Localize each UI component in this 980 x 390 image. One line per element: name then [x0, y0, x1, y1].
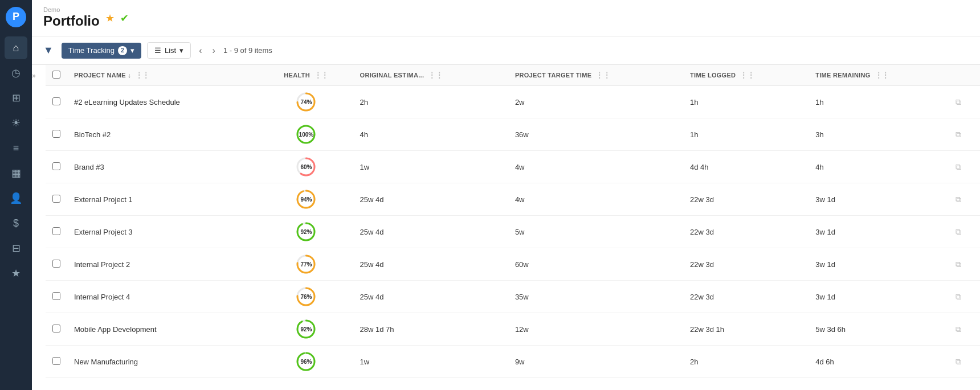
filter-label: Time Tracking [68, 46, 115, 55]
edit-icon-7[interactable]: ⧉ [956, 325, 961, 334]
toolbar: ▼ Time Tracking 2 ▾ ☰ List ▾ ‹ › 1 - 9 o… [32, 36, 980, 65]
table-row: BioTech #2 100% 4h 36w 1h 3h ⧉ [46, 118, 980, 151]
row-checkbox-8[interactable] [52, 357, 60, 365]
row-time-logged-4: 22w 3d [683, 216, 808, 248]
pagination-prev-button[interactable]: ‹ [197, 44, 204, 57]
col-original-estimate-menu-icon[interactable]: ⋮⋮ [428, 71, 443, 79]
main-content: Demo Portfolio ★ ✔ ▼ Time Tracking 2 ▾ ☰… [32, 0, 980, 390]
sidebar-item-report[interactable]: ⊟ [5, 237, 27, 260]
sidebar-item-people[interactable]: 👤 [5, 187, 27, 210]
table-row: External Project 1 94% 25w 4d 4w 22w 3d … [46, 183, 980, 216]
sidebar-item-clock[interactable]: ◷ [5, 61, 27, 84]
row-time-logged-1: 1h [683, 118, 808, 151]
sidebar-item-home[interactable]: ⌂ [5, 36, 27, 59]
row-health-5: 77% [259, 248, 353, 281]
page-header: Demo Portfolio ★ ✔ [32, 0, 980, 36]
row-checkbox-cell-3 [46, 183, 67, 216]
col-health-menu-icon[interactable]: ⋮⋮ [315, 71, 329, 79]
col-health: HEALTH ⋮⋮ [259, 65, 353, 86]
row-project-name-5: Internal Project 2 [67, 248, 259, 281]
row-checkbox-7[interactable] [52, 325, 60, 332]
row-time-logged-0: 1h [683, 86, 808, 118]
table-row: Mobile App Development 92% 28w 1d 7h 12w… [46, 313, 980, 346]
sidebar-item-lightbulb[interactable]: ☀ [5, 112, 27, 134]
filter-icon[interactable]: ▼ [41, 42, 56, 59]
sidebar-item-board[interactable]: ▦ [5, 162, 27, 184]
col-time-logged-menu-icon[interactable]: ⋮⋮ [740, 71, 754, 79]
col-project-target-time-label: PROJECT TARGET TIME [515, 72, 591, 79]
edit-icon-4[interactable]: ⧉ [956, 227, 961, 236]
row-edit-5: ⧉ [949, 248, 980, 281]
row-checkbox-0[interactable] [52, 97, 60, 105]
row-checkbox-1[interactable] [52, 130, 60, 138]
app-logo[interactable]: P [6, 7, 26, 27]
filter-badge: 2 [118, 46, 127, 55]
row-health-3: 94% [259, 183, 353, 216]
row-checkbox-4[interactable] [52, 227, 60, 235]
row-checkbox-cell-8 [46, 346, 67, 378]
health-circle-0: 74% [296, 92, 316, 112]
col-project-target-time: PROJECT TARGET TIME ⋮⋮ [508, 65, 683, 86]
row-checkbox-cell-7 [46, 313, 67, 346]
health-pct-4: 92% [300, 229, 312, 235]
row-health-4: 92% [259, 216, 353, 248]
status-check-icon: ✔ [120, 12, 129, 24]
edit-icon-5[interactable]: ⧉ [956, 260, 961, 269]
edit-icon-2[interactable]: ⧉ [956, 162, 961, 171]
sidebar-item-list[interactable]: ≡ [5, 137, 27, 159]
col-project-name-label: PROJECT NAME ↓ [74, 72, 131, 79]
col-time-logged-label: TIME LOGGED [690, 72, 736, 79]
row-time-remaining-4: 3w 1d [808, 216, 949, 248]
favorite-star-icon[interactable]: ★ [105, 12, 115, 24]
health-circle-1: 100% [296, 124, 316, 145]
row-checkbox-3[interactable] [52, 195, 60, 203]
health-pct-2: 60% [300, 164, 312, 170]
sidebar-item-briefcase[interactable]: ⊞ [5, 87, 27, 109]
row-project-name-3: External Project 1 [67, 183, 259, 216]
row-checkbox-6[interactable] [52, 292, 60, 300]
collapse-sidebar-button[interactable]: » [32, 65, 46, 390]
col-project-name-menu-icon[interactable]: ⋮⋮ [136, 71, 150, 79]
row-edit-7: ⧉ [949, 313, 980, 346]
row-edit-8: ⧉ [949, 346, 980, 378]
edit-icon-6[interactable]: ⧉ [956, 292, 961, 301]
pagination-next-button[interactable]: › [210, 44, 218, 57]
table-body: #2 eLearning Updates Schedule 74% 2h 2w … [46, 86, 980, 378]
view-label: List [165, 46, 176, 55]
row-project-target-time-7: 12w [508, 313, 683, 346]
demo-label: Demo [43, 7, 100, 13]
time-tracking-filter-button[interactable]: Time Tracking 2 ▾ [62, 43, 141, 59]
row-time-logged-3: 22w 3d [683, 183, 808, 216]
health-pct-1: 100% [299, 132, 314, 138]
row-original-estimate-8: 1w [353, 346, 508, 378]
row-project-target-time-4: 5w [508, 216, 683, 248]
edit-icon-8[interactable]: ⧉ [956, 357, 961, 366]
row-health-6: 76% [259, 281, 353, 313]
row-time-logged-6: 22w 3d [683, 281, 808, 313]
row-checkbox-cell-4 [46, 216, 67, 248]
projects-table: PROJECT NAME ↓ ⋮⋮ HEALTH ⋮⋮ [46, 65, 980, 378]
view-dropdown-button[interactable]: ☰ List ▾ [147, 42, 191, 59]
row-checkbox-5[interactable] [52, 260, 60, 268]
edit-icon-0[interactable]: ⧉ [956, 97, 961, 106]
table-header-row: PROJECT NAME ↓ ⋮⋮ HEALTH ⋮⋮ [46, 65, 980, 86]
row-health-1: 100% [259, 118, 353, 151]
row-health-8: 96% [259, 346, 353, 378]
row-time-remaining-1: 3h [808, 118, 949, 151]
row-original-estimate-3: 25w 4d [353, 183, 508, 216]
col-project-target-time-menu-icon[interactable]: ⋮⋮ [596, 71, 610, 79]
select-all-checkbox[interactable] [52, 71, 60, 79]
edit-icon-3[interactable]: ⧉ [956, 195, 961, 204]
sidebar-item-star[interactable]: ★ [5, 262, 27, 285]
edit-icon-1[interactable]: ⧉ [956, 130, 961, 139]
table-row: #2 eLearning Updates Schedule 74% 2h 2w … [46, 86, 980, 118]
row-time-logged-5: 22w 3d [683, 248, 808, 281]
row-edit-4: ⧉ [949, 216, 980, 248]
col-time-remaining-label: TIME REMAINING [815, 72, 870, 79]
health-circle-7: 92% [296, 319, 316, 339]
sidebar-item-money[interactable]: $ [5, 212, 27, 235]
col-time-remaining-menu-icon[interactable]: ⋮⋮ [875, 71, 889, 79]
col-health-label: HEALTH [284, 72, 310, 79]
table-row: Internal Project 4 76% 25w 4d 35w 22w 3d… [46, 281, 980, 313]
row-checkbox-2[interactable] [52, 162, 60, 170]
